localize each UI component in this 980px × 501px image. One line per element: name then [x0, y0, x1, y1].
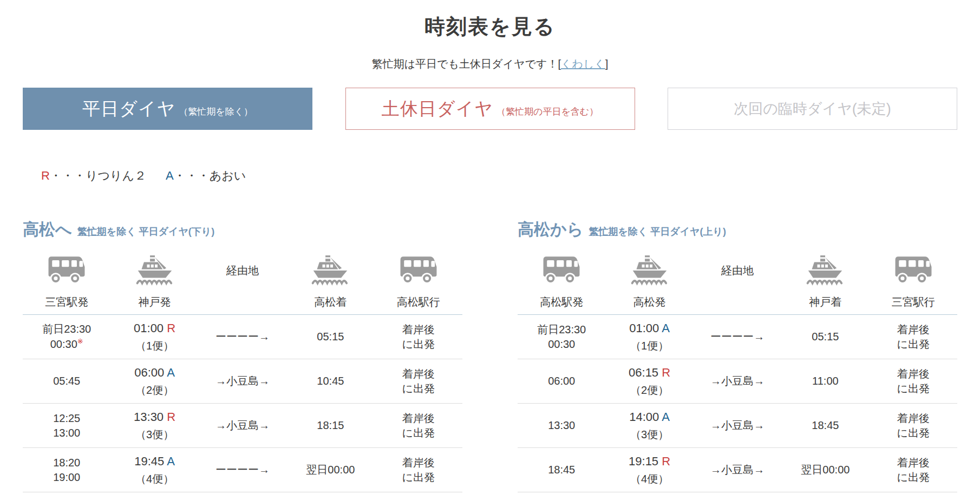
via-cell: →小豆島→	[694, 404, 781, 448]
busy-period-link[interactable]: 繁忙期	[77, 226, 107, 237]
busy-period-link[interactable]: 繁忙期	[589, 226, 618, 237]
vessel-code: A	[167, 366, 175, 379]
schedule-tabs: 平日ダイヤ （繁忙期を除く） 土休日ダイヤ （繁忙期の平日を含む） 次回の臨時ダ…	[23, 88, 957, 130]
column-header: 高松駅発	[518, 295, 605, 308]
departure-time-cell: 05:45	[23, 359, 110, 404]
ship-icon	[310, 255, 351, 286]
footnote-mark: ※	[77, 337, 83, 345]
table-title: 高松へ繁忙期を除く 平日ダイヤ(下り)	[23, 219, 462, 241]
tab-weekday-schedule[interactable]: 平日ダイヤ （繁忙期を除く）	[23, 88, 312, 130]
tab-label: 次回の臨時ダイヤ(未定)	[734, 99, 891, 118]
col-bus-arrival: 高松駅行	[375, 252, 462, 315]
col-via: 経由地	[694, 252, 781, 315]
via-cell: →小豆島→	[199, 404, 286, 448]
tab-weekend-schedule[interactable]: 土休日ダイヤ （繁忙期の平日を含む）	[345, 88, 635, 130]
table-row: 前日23:30 00:30※ 01:00 R （1便） ーーーー→ 05:15 …	[23, 315, 462, 359]
col-via: 経由地	[199, 252, 286, 315]
tab-special-schedule[interactable]: 次回の臨時ダイヤ(未定)	[668, 88, 957, 130]
ferry-departure-cell: 01:00 A （1便）	[605, 315, 693, 359]
ferry-departure-cell: 19:45 A （4便）	[110, 448, 198, 492]
departure-time-cell: 前日23:30 00:30※	[23, 315, 110, 359]
column-header: 高松駅行	[375, 295, 462, 308]
ferry-departure-cell: 13:30 R （3便）	[110, 404, 198, 448]
vessel-legend: R・・・りつりん２A・・・あおい	[41, 168, 957, 184]
column-header: 経由地	[694, 252, 781, 289]
timetable-outbound: 三宮駅発 神戸発 経由地 高松着	[23, 252, 462, 492]
timetable-page: 時刻表を見る 繁忙期は平日でも土休日ダイヤです！[くわしく] 平日ダイヤ （繁忙…	[0, 13, 980, 492]
col-ferry-arrival: 高松着	[286, 252, 374, 315]
ferry-departure-cell: 06:00 A （2便）	[110, 359, 198, 404]
bus-connection-cell: 着岸後に出発	[870, 404, 957, 448]
arrival-time-cell: 翌日00:00	[781, 448, 869, 492]
vessel-code: R	[167, 410, 175, 424]
via-cell: ーーーー→	[199, 315, 286, 359]
vessel-code: A	[662, 321, 670, 335]
tab-note: （繁忙期の平日を含む）	[496, 100, 598, 118]
legend-a-text: ・・・あおい	[174, 169, 246, 182]
arrival-time-cell: 18:15	[286, 404, 374, 448]
arrival-time-cell: 11:00	[781, 359, 869, 404]
departure-time-cell: 06:00	[518, 359, 605, 404]
arrival-time-cell: 翌日00:00	[286, 448, 374, 492]
tab-note: （繁忙期を除く）	[179, 100, 253, 118]
legend-r-key: R	[41, 169, 50, 182]
via-cell: ーーーー→	[199, 448, 286, 492]
tab-label: 土休日ダイヤ	[382, 97, 493, 121]
bus-icon	[893, 255, 934, 286]
notice-text: 繁忙期は平日でも土休日ダイヤです！	[372, 58, 558, 70]
bus-connection-cell: 着岸後に出発	[870, 315, 957, 359]
via-cell: →小豆島→	[199, 359, 286, 404]
column-header: 三宮駅行	[870, 295, 957, 308]
ferry-departure-cell: 14:00 A （3便）	[605, 404, 693, 448]
column-header: 経由地	[199, 252, 286, 289]
vessel-code: R	[167, 321, 175, 335]
tab-label: 平日ダイヤ	[82, 97, 175, 121]
table-title-cond: を除く 平日ダイヤ(上り)	[618, 226, 726, 237]
column-header: 神戸着	[781, 295, 869, 308]
table-title-main: 高松から	[518, 220, 583, 238]
header-row: 三宮駅発 神戸発 経由地 高松着	[23, 252, 462, 315]
notice-link[interactable]: くわしく	[561, 58, 605, 70]
timetables: 高松へ繁忙期を除く 平日ダイヤ(下り) 三宮駅発 神戸発	[23, 219, 957, 492]
table-row: 12:25 13:00 13:30 R （3便） →小豆島→ 18:15 着岸後…	[23, 404, 462, 448]
via-cell: →小豆島→	[694, 448, 781, 492]
table-title-cond: を除く 平日ダイヤ(下り)	[107, 226, 215, 237]
ferry-departure-cell: 01:00 R （1便）	[110, 315, 198, 359]
legend-a-key: A	[166, 169, 174, 182]
bus-icon	[541, 255, 582, 286]
column-header: 高松着	[286, 295, 374, 308]
bus-connection-cell: 着岸後に出発	[375, 315, 462, 359]
notice-bracket-close: ]	[605, 58, 609, 70]
via-cell: →小豆島→	[694, 359, 781, 404]
table-row: 13:30 14:00 A （3便） →小豆島→ 18:45 着岸後に出発	[518, 404, 957, 448]
table-row: 06:00 06:15 R （2便） →小豆島→ 11:00 着岸後に出発	[518, 359, 957, 404]
ship-icon	[805, 255, 846, 286]
ferry-departure-cell: 06:15 R （2便）	[605, 359, 693, 404]
column-header: 神戸発	[110, 295, 198, 308]
bus-icon	[46, 255, 87, 286]
arrival-time-cell: 05:15	[781, 315, 869, 359]
bus-icon	[398, 255, 439, 286]
bus-connection-cell: 着岸後に出発	[375, 359, 462, 404]
table-title: 高松から繁忙期を除く 平日ダイヤ(上り)	[518, 219, 957, 241]
table-to-takamatsu: 高松へ繁忙期を除く 平日ダイヤ(下り) 三宮駅発 神戸発	[23, 219, 462, 492]
departure-time-cell: 18:45	[518, 448, 605, 492]
via-cell: ーーーー→	[694, 315, 781, 359]
vessel-code: R	[662, 454, 670, 468]
arrival-time-cell: 05:15	[286, 315, 374, 359]
ferry-departure-cell: 19:15 R （4便）	[605, 448, 693, 492]
header-row: 高松駅発 高松発 経由地 神戸着	[518, 252, 957, 315]
table-row: 18:45 19:15 R （4便） →小豆島→ 翌日00:00 着岸後に出発	[518, 448, 957, 492]
ship-icon	[134, 255, 175, 286]
column-header: 三宮駅発	[23, 295, 110, 308]
bus-connection-cell: 着岸後に出発	[870, 359, 957, 404]
table-title-main: 高松へ	[23, 220, 72, 238]
timetable-inbound: 高松駅発 高松発 経由地 神戸着	[518, 252, 957, 492]
departure-time-cell: 13:30	[518, 404, 605, 448]
page-title: 時刻表を見る	[23, 13, 957, 41]
column-header: 高松発	[605, 295, 693, 308]
col-ferry-departure: 高松発	[605, 252, 693, 315]
col-ferry-departure: 神戸発	[110, 252, 198, 315]
vessel-code: R	[662, 366, 670, 379]
bus-connection-cell: 着岸後に出発	[375, 448, 462, 492]
